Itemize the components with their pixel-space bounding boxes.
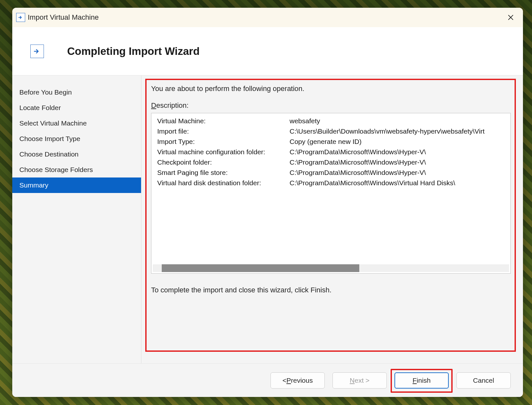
summary-row-label: Import file: bbox=[157, 127, 290, 135]
step-summary[interactable]: Summary bbox=[12, 177, 141, 193]
step-select-vm[interactable]: Select Virtual Machine bbox=[12, 116, 141, 131]
summary-row-label: Virtual Machine: bbox=[157, 117, 290, 125]
step-label: Choose Import Type bbox=[19, 135, 80, 143]
summary-row-value: C:\ProgramData\Microsoft\Windows\Hyper-V… bbox=[290, 148, 510, 156]
summary-row-value: C:\ProgramData\Microsoft\Windows\Hyper-V… bbox=[290, 169, 510, 177]
summary-row-label: Checkpoint folder: bbox=[157, 158, 290, 166]
step-label: Locate Folder bbox=[19, 104, 61, 112]
summary-row-label: Smart Paging file store: bbox=[157, 169, 290, 177]
window-title: Import Virtual Machine bbox=[28, 13, 99, 22]
scrollbar-thumb[interactable] bbox=[162, 264, 359, 272]
horizontal-scrollbar[interactable] bbox=[153, 264, 509, 272]
cancel-button[interactable]: Cancel bbox=[456, 372, 511, 389]
wizard-steps-sidebar: Before You Begin Locate Folder Select Vi… bbox=[12, 76, 141, 363]
wizard-header: Completing Import Wizard bbox=[12, 27, 523, 76]
step-label: Select Virtual Machine bbox=[19, 119, 87, 127]
titlebar: Import Virtual Machine bbox=[12, 8, 523, 27]
next-button: Next > bbox=[332, 372, 387, 389]
step-label: Choose Storage Folders bbox=[19, 166, 93, 174]
step-label: Before You Begin bbox=[19, 88, 72, 96]
summary-row-label: Import Type: bbox=[157, 138, 290, 146]
step-before-you-begin[interactable]: Before You Begin bbox=[12, 85, 141, 100]
closing-instruction: To complete the import and close this wi… bbox=[151, 286, 511, 294]
import-arrow-icon bbox=[30, 45, 44, 58]
step-locate-folder[interactable]: Locate Folder bbox=[12, 100, 141, 116]
description-label: Description: bbox=[151, 101, 511, 110]
wizard-content: You are about to perform the following o… bbox=[141, 76, 523, 363]
page-title: Completing Import Wizard bbox=[67, 45, 200, 57]
previous-button[interactable]: < Previous bbox=[271, 372, 325, 389]
step-choose-destination[interactable]: Choose Destination bbox=[12, 147, 141, 162]
step-label: Summary bbox=[19, 181, 48, 189]
import-arrow-icon bbox=[16, 13, 25, 22]
summary-row-label: Virtual machine configuration folder: bbox=[157, 148, 290, 156]
import-vm-dialog: Import Virtual Machine Completing Import… bbox=[12, 8, 523, 397]
summary-row-label: Virtual hard disk destination folder: bbox=[157, 179, 290, 187]
summary-row-value: C:\Users\Builder\Downloads\vm\websafety-… bbox=[290, 127, 510, 135]
summary-row-value: Copy (generate new ID) bbox=[290, 138, 510, 146]
close-button[interactable] bbox=[504, 11, 517, 24]
description-list: Virtual Machine: websafety Import file: … bbox=[151, 113, 511, 274]
summary-row-value: websafety bbox=[290, 117, 510, 125]
dialog-body: Before You Begin Locate Folder Select Vi… bbox=[12, 76, 523, 363]
step-label: Choose Destination bbox=[19, 150, 78, 158]
summary-row-value: C:\ProgramData\Microsoft\Windows\Hyper-V… bbox=[290, 158, 510, 166]
finish-button[interactable]: Finish bbox=[394, 372, 449, 389]
step-choose-import-type[interactable]: Choose Import Type bbox=[12, 131, 141, 147]
dialog-footer: < Previous Next > Finish Cancel bbox=[12, 363, 523, 397]
step-choose-storage-folders[interactable]: Choose Storage Folders bbox=[12, 162, 141, 177]
intro-text: You are about to perform the following o… bbox=[151, 85, 511, 93]
summary-row-value: C:\ProgramData\Microsoft\Windows\Virtual… bbox=[290, 179, 510, 187]
